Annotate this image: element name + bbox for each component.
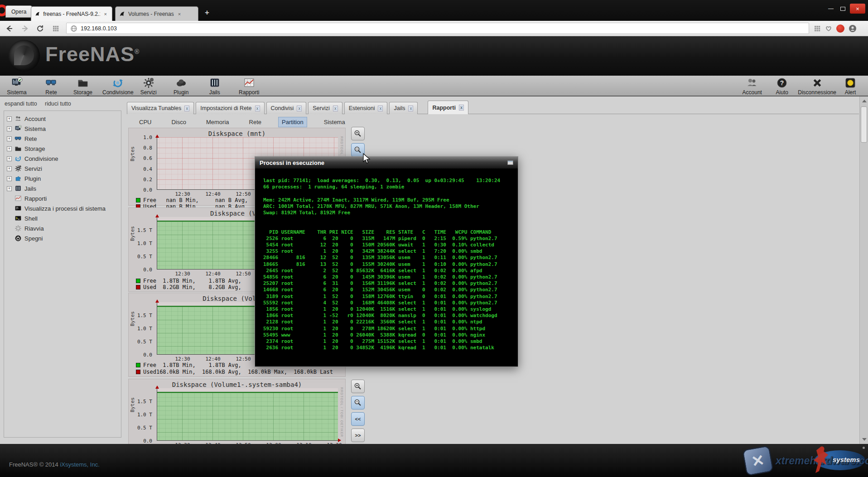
tab-close-icon[interactable]: x [297,106,302,111]
sidebar-item-plugin[interactable]: +Plugin [4,173,121,183]
toolbar-item-disconnessione[interactable]: Disconnessione [798,77,836,96]
window-close-button[interactable]: × [850,4,865,14]
tab-jails[interactable]: Jailsx [389,102,418,114]
expand-all-link[interactable]: espandi tutto [5,101,37,107]
subtab-sistema[interactable]: Sistema [321,117,348,127]
services-icon [14,165,22,172]
dialog-titlebar[interactable]: Processi in esecuzione [255,157,518,169]
rrdtool-credit: RRDTOOL / TOBI OETIKER [340,387,343,437]
bookmark-heart-icon[interactable] [825,25,832,32]
logout-icon [811,77,823,89]
tab-close-icon[interactable]: x [184,106,189,111]
expander-icon[interactable]: + [7,166,12,171]
extensions-grid-icon[interactable] [814,25,821,32]
scroll-down-icon[interactable] [862,438,867,441]
speed-dial-icon[interactable] [50,23,62,34]
tab-close-icon[interactable]: x [255,106,260,111]
tab-close-icon[interactable]: x [459,105,464,111]
scroll-up-icon[interactable] [862,100,867,102]
network-icon [14,135,22,142]
toolbar-item-alert[interactable]: Alert [836,77,864,96]
tab-close-icon[interactable]: x [333,106,338,111]
expander-icon[interactable]: + [7,136,12,141]
sidebar-item-rete[interactable]: +Rete [4,134,121,144]
tab-close-icon[interactable]: × [177,11,182,17]
back-button[interactable] [4,23,15,34]
subtab-disco[interactable]: Disco [168,117,189,127]
expander-icon[interactable]: + [7,176,12,181]
collapse-all-link[interactable]: riduci tutto [45,101,71,107]
tab-visualizza-tunables[interactable]: Visualizza Tunablesx [127,102,194,114]
sidebar-item-account[interactable]: +Account [4,114,121,124]
subtab-cpu[interactable]: CPU [136,117,154,127]
subtab-rete[interactable]: Rete [246,117,265,127]
address-input[interactable]: 192.168.0.103 [66,23,809,34]
subtab-partition[interactable]: Partition [278,117,307,127]
browser-tab-freenas[interactable]: freenas - FreeNAS-9.2.1.5- × [31,6,112,21]
new-tab-button[interactable]: + [205,8,209,17]
vertical-scrollbar[interactable] [859,96,868,444]
dialog-close-icon[interactable] [507,160,513,165]
sidebar-item-shell[interactable]: Shell [4,213,121,223]
toolbar-item-jails[interactable]: Jails [201,77,229,96]
tab-close-icon[interactable]: × [103,11,108,17]
subtab-memoria[interactable]: Memoria [203,117,232,127]
sidebar-item-riavvia[interactable]: Riavvia [4,223,121,233]
expander-icon[interactable]: + [7,116,12,121]
toolbar-item-rete[interactable]: Rete [37,77,65,96]
sidebar-item-condivisione[interactable]: +Condivisione [4,154,121,164]
expander-icon[interactable]: + [7,126,12,131]
reload-button[interactable] [34,23,46,34]
toolbar-item-account[interactable]: Account [738,77,766,96]
plugins-icon [14,175,22,182]
sidebar-item-storage[interactable]: +Storage [4,144,121,154]
sidebar-item-servizi[interactable]: +Servizi [4,164,121,173]
url-text: 192.168.0.103 [81,25,117,32]
profile-icon[interactable] [849,24,857,33]
shell-icon [14,215,22,222]
tab-close-icon[interactable]: x [378,106,383,111]
tab-estensioni[interactable]: Estensionix [344,102,388,114]
tab-impostazioni-di-rete[interactable]: Impostazioni di Retex [196,102,264,114]
scrollbar-thumb[interactable] [861,106,867,143]
tree-controls: espandi tutto riduci tutto [5,101,77,107]
sidebar-item-rapporti[interactable]: Rapporti [4,193,121,203]
tab-close-icon[interactable]: x [408,106,413,111]
opera-badge-icon[interactable] [836,24,844,33]
scroll-right-button[interactable]: >> [351,429,365,442]
minimize-button[interactable]: — [826,5,836,12]
forward-button[interactable] [19,23,31,34]
system-icon [14,125,22,132]
browser-tab-volumes[interactable]: Volumes - Freenas × [115,6,198,21]
zoom-in-button[interactable] [351,127,365,140]
ixsystems-link[interactable]: iXsystems, Inc. [60,461,99,468]
toolbar-item-sistema[interactable]: Sistema [3,77,31,96]
tab-servizi[interactable]: Servizix [308,102,342,114]
processes-icon [14,205,22,212]
opera-menu-button[interactable]: Opera [5,5,32,18]
toolbar-item-plugin[interactable]: Plugin [167,77,195,96]
expander-icon[interactable]: + [7,146,12,151]
browser-address-bar: 192.168.0.103 [0,21,868,36]
tab-rapporti[interactable]: Rapportix [428,101,468,114]
toolbar-item-aiuto[interactable]: Aiuto [768,77,796,96]
sidebar-item-sistema[interactable]: +Sistema [4,124,121,134]
toolbar-item-condivisione[interactable]: Condivisione [102,77,134,96]
reboot-icon [14,225,22,232]
sidebar-item-spegni[interactable]: Spegni [4,233,121,243]
toolbar-item-rapporti[interactable]: Rapporti [235,77,263,96]
storage-icon [77,77,89,89]
tab-condivisi[interactable]: Condivisix [266,102,307,114]
scroll-left-button[interactable]: << [351,412,365,426]
expander-icon[interactable]: + [7,156,12,161]
sharing-icon [14,155,22,162]
sidebar-item-jails[interactable]: +Jails [4,183,121,193]
toolbar-item-storage[interactable]: Storage [69,77,97,96]
chart-title: Diskspace (mnt) [129,130,345,137]
toolbar-item-servizi[interactable]: Servizi [135,77,163,96]
sidebar-item-processi[interactable]: Visualizza i processi di sistema [4,203,121,213]
zoom-out-button[interactable] [351,396,365,410]
expander-icon[interactable]: + [7,186,12,191]
maximize-button[interactable] [840,7,845,11]
zoom-in-button[interactable] [351,380,365,393]
